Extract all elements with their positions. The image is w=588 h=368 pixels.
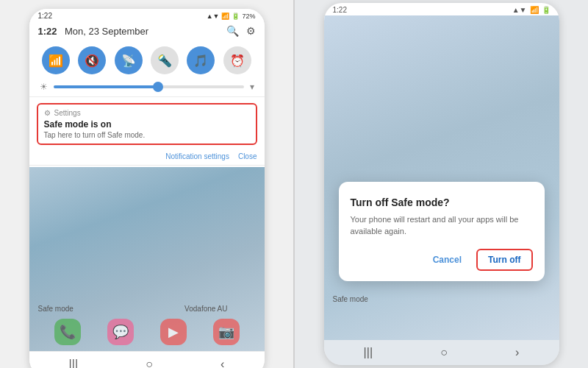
brightness-fill	[54, 85, 158, 88]
right-battery-icon: 🔋	[542, 6, 551, 14]
battery-percent: 72%	[242, 13, 255, 20]
brightness-slider[interactable]	[54, 85, 244, 88]
mute-toggle[interactable]: 🔇	[78, 46, 106, 74]
play-icon[interactable]: ▶	[160, 319, 187, 345]
notif-time: 1:22	[38, 26, 57, 37]
sound-toggle[interactable]: 🎵	[187, 46, 215, 74]
brightness-min-icon: ☀	[40, 82, 48, 92]
wifi-status-icon: 📶	[221, 13, 229, 20]
safe-mode-label-right: Safe mode	[333, 295, 368, 303]
turn-off-button[interactable]: Turn off	[476, 249, 532, 271]
right-phone-screen: 1:22 ▲▼ 📶 🔋 Turn off Safe mode? Your pho…	[324, 3, 559, 365]
right-phone-container: 1:22 ▲▼ 📶 🔋 Turn off Safe mode? Your pho…	[295, 0, 588, 368]
notif-date: Mon, 23 September	[65, 26, 148, 37]
right-nav-home-btn[interactable]: ○	[440, 346, 448, 359]
notif-app-name: Settings	[54, 109, 81, 117]
divider-2	[29, 165, 265, 166]
right-nav-bar: ||| ○ ›	[324, 340, 559, 365]
message-icon[interactable]: 💬	[107, 319, 134, 345]
bluetooth-toggle[interactable]: 📡	[115, 46, 143, 74]
nav-home-btn[interactable]: ○	[146, 358, 153, 368]
search-icon[interactable]: 🔍	[226, 25, 239, 37]
notif-settings-bar: Notification settings Close	[29, 149, 265, 163]
brightness-thumb[interactable]	[153, 82, 163, 92]
nav-back-btn[interactable]: ‹	[220, 358, 224, 368]
app-dock: 📞 💬 ▶ 📷	[29, 316, 265, 348]
time-date-block: 1:22 Mon, 23 September	[38, 24, 149, 38]
left-phone-screen: 1:22 ▲▼ 📶 🔋 72% 1:22 Mon, 23 September 🔍…	[29, 9, 265, 368]
alarm-toggle[interactable]: ⏰	[223, 46, 251, 74]
carrier-label: Vodafone AU	[184, 305, 227, 313]
right-status-icons: ▲▼ 📶 🔋	[512, 6, 551, 14]
camera-icon[interactable]: 📷	[213, 319, 240, 345]
right-nav-forward-btn[interactable]: ›	[515, 346, 519, 359]
notification-header: 1:22 Mon, 23 September 🔍 ⚙	[29, 21, 265, 42]
settings-icon[interactable]: ⚙	[246, 25, 256, 37]
dialog-buttons: Cancel Turn off	[351, 249, 533, 271]
header-action-icons: 🔍 ⚙	[226, 25, 256, 37]
dialog-title: Turn off Safe mode?	[351, 197, 533, 208]
left-phone-container: 1:22 ▲▼ 📶 🔋 72% 1:22 Mon, 23 September 🔍…	[0, 0, 293, 368]
left-time: 1:22	[38, 12, 52, 20]
left-nav-bar: ||| ○ ‹	[29, 351, 265, 368]
notification-settings-link[interactable]: Notification settings	[165, 152, 229, 160]
right-time: 1:22	[333, 6, 347, 14]
nav-recent-btn[interactable]: |||	[69, 358, 78, 368]
divider-1	[29, 96, 265, 97]
notification-area: ⚙ Settings Safe mode is on Tap here to t…	[29, 99, 265, 149]
chevron-down-icon[interactable]: ▾	[250, 82, 254, 92]
right-nav-recent-btn[interactable]: |||	[364, 346, 373, 359]
left-wallpaper: Safe mode Vodafone AU 📞 💬 ▶ 📷	[29, 167, 265, 351]
brightness-control: ☀ ▾	[29, 79, 265, 95]
close-link[interactable]: Close	[238, 152, 257, 160]
wifi-toggle[interactable]: 📶	[42, 46, 70, 74]
notif-title: Safe mode is on	[44, 119, 250, 130]
settings-small-icon: ⚙	[44, 109, 51, 117]
notif-description: Tap here to turn off Safe mode.	[44, 131, 250, 139]
signal-icon: ▲▼	[207, 13, 220, 20]
left-status-icons: ▲▼ 📶 🔋 72%	[207, 13, 256, 20]
safe-mode-label-left: Safe mode	[38, 305, 74, 313]
right-status-bar: 1:22 ▲▼ 📶 🔋	[324, 3, 559, 15]
flashlight-toggle[interactable]: 🔦	[151, 46, 179, 74]
right-wifi-icon: 📶	[530, 6, 539, 14]
cancel-button[interactable]: Cancel	[427, 252, 467, 268]
right-signal-icon: ▲▼	[512, 6, 527, 14]
notif-card-header: ⚙ Settings	[44, 109, 250, 117]
phone-icon[interactable]: 📞	[54, 319, 81, 345]
right-wallpaper: Turn off Safe mode? Your phone will rest…	[324, 15, 559, 340]
quick-toggles-row: 📶 🔇 📡 🔦 🎵 ⏰	[29, 42, 265, 79]
left-status-bar: 1:22 ▲▼ 📶 🔋 72%	[29, 9, 265, 21]
safe-mode-dialog: Turn off Safe mode? Your phone will rest…	[339, 182, 545, 281]
safe-mode-notification-card[interactable]: ⚙ Settings Safe mode is on Tap here to t…	[37, 103, 257, 145]
battery-icon: 🔋	[232, 13, 240, 20]
dialog-description: Your phone will restart and all your app…	[351, 214, 533, 237]
